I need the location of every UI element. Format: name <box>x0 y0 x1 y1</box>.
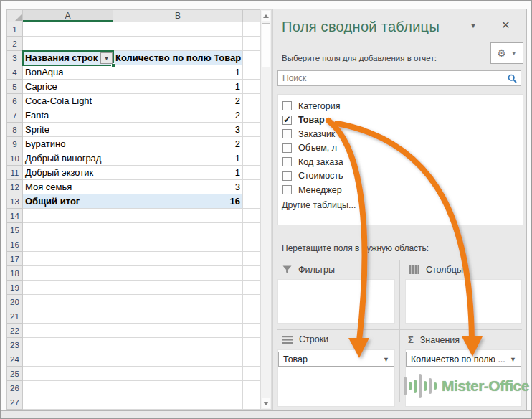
cell-C24[interactable] <box>243 352 260 367</box>
cell-A2[interactable] <box>23 37 113 51</box>
checkbox-icon[interactable] <box>282 157 292 166</box>
cell-A9[interactable]: Буратино <box>23 137 113 151</box>
cell-C11[interactable] <box>243 166 260 180</box>
cell-B10[interactable]: 1 <box>113 151 243 166</box>
cell-A4[interactable]: BonAqua <box>23 65 113 80</box>
field-item-3[interactable]: Заказчик <box>282 127 523 141</box>
vertical-scrollbar[interactable] <box>260 9 272 410</box>
cell-C19[interactable] <box>243 281 260 295</box>
checkbox-checked-icon[interactable] <box>282 116 292 125</box>
row-header-1[interactable]: 1 <box>6 22 23 37</box>
cell-B5[interactable]: 1 <box>113 80 243 94</box>
row-header-9[interactable]: 9 <box>6 137 23 151</box>
row-header-18[interactable]: 18 <box>6 266 23 281</box>
cell-C3[interactable] <box>243 51 260 65</box>
cell-B8[interactable]: 3 <box>113 123 243 137</box>
cell-A12[interactable]: Моя семья <box>23 180 113 194</box>
cell-C17[interactable] <box>243 252 260 266</box>
cell-A19[interactable] <box>23 281 113 295</box>
checkbox-icon[interactable] <box>282 143 292 153</box>
cell-A22[interactable] <box>23 324 113 338</box>
cell-B20[interactable] <box>113 295 243 309</box>
cell-B22[interactable] <box>113 324 243 338</box>
row-header-4[interactable]: 4 <box>6 65 23 80</box>
row-header-24[interactable]: 24 <box>6 352 23 367</box>
checkbox-icon[interactable] <box>282 129 292 138</box>
row-header-6[interactable]: 6 <box>6 94 23 108</box>
cell-C2[interactable] <box>243 37 260 51</box>
cell-C22[interactable] <box>243 324 260 338</box>
scroll-down-button[interactable] <box>262 398 270 408</box>
cell-A11[interactable]: Добрый экзотик <box>23 166 113 180</box>
cell-B7[interactable]: 2 <box>113 108 243 123</box>
cell-C26[interactable] <box>243 381 260 395</box>
cell-B14[interactable] <box>113 209 243 223</box>
pane-close-icon[interactable]: ✕ <box>501 19 510 32</box>
cell-B6[interactable]: 2 <box>113 94 243 108</box>
column-header-partial[interactable] <box>243 9 260 22</box>
field-item-4[interactable]: Объем, л <box>282 141 523 156</box>
cell-C13[interactable] <box>243 194 260 209</box>
checkbox-icon[interactable] <box>282 185 292 194</box>
cell-C7[interactable] <box>243 108 260 123</box>
field-item-5[interactable]: Код заказа <box>282 155 523 169</box>
row-header-20[interactable]: 20 <box>6 295 23 309</box>
cell-C27[interactable] <box>243 395 260 410</box>
row-header-27[interactable]: 27 <box>6 395 23 410</box>
cell-A25[interactable] <box>23 367 113 381</box>
cell-B13[interactable]: 16 <box>113 194 243 209</box>
cell-A16[interactable] <box>23 237 113 252</box>
field-item-7[interactable]: Менеджер <box>282 183 523 197</box>
column-header-A[interactable]: A <box>23 9 113 22</box>
cell-A14[interactable] <box>23 209 113 223</box>
cell-C10[interactable] <box>243 151 260 166</box>
scrollbar-thumb[interactable] <box>262 23 270 67</box>
cell-B27[interactable] <box>113 395 243 410</box>
cell-B9[interactable]: 2 <box>113 137 243 151</box>
field-search-box[interactable] <box>277 70 521 86</box>
cell-C1[interactable] <box>243 22 260 37</box>
pane-options-chevron-icon[interactable]: ▼ <box>470 22 477 29</box>
cell-A23[interactable] <box>23 338 113 352</box>
cell-A20[interactable] <box>23 295 113 309</box>
cell-A13[interactable]: Общий итог <box>23 194 113 209</box>
cell-C16[interactable] <box>243 237 260 252</box>
cell-B17[interactable] <box>113 252 243 266</box>
cell-A8[interactable]: Sprite <box>23 123 113 137</box>
select-all-corner[interactable] <box>6 9 23 22</box>
row-header-10[interactable]: 10 <box>6 151 23 166</box>
cell-A18[interactable] <box>23 266 113 281</box>
cell-C4[interactable] <box>243 65 260 80</box>
cell-B23[interactable] <box>113 338 243 352</box>
row-header-25[interactable]: 25 <box>6 367 23 381</box>
cell-A24[interactable] <box>23 352 113 367</box>
row-header-15[interactable]: 15 <box>6 223 23 237</box>
cell-B15[interactable] <box>113 223 243 237</box>
cell-A10[interactable]: Добрый виноград <box>23 151 113 166</box>
cell-C8[interactable] <box>243 123 260 137</box>
cell-C18[interactable] <box>243 266 260 281</box>
scroll-up-button[interactable] <box>262 11 270 21</box>
search-input[interactable] <box>278 73 508 83</box>
cell-A15[interactable] <box>23 223 113 237</box>
checkbox-icon[interactable] <box>282 171 292 181</box>
field-item-2[interactable]: Товар <box>282 113 523 128</box>
cell-B21[interactable] <box>113 309 243 324</box>
row-header-5[interactable]: 5 <box>6 80 23 94</box>
cell-C6[interactable] <box>243 94 260 108</box>
cell-B12[interactable]: 3 <box>113 180 243 194</box>
cell-C25[interactable] <box>243 367 260 381</box>
row-header-19[interactable]: 19 <box>6 281 23 295</box>
row-header-12[interactable]: 12 <box>6 180 23 194</box>
tools-button[interactable]: ⚙ ▼ <box>490 42 523 64</box>
row-header-17[interactable]: 17 <box>6 252 23 266</box>
cell-A17[interactable] <box>23 252 113 266</box>
cell-A21[interactable] <box>23 309 113 324</box>
cell-B3[interactable]: Количество по полю Товар <box>113 51 243 65</box>
cell-A27[interactable] <box>23 395 113 410</box>
cell-A26[interactable] <box>23 381 113 395</box>
row-header-13[interactable]: 13 <box>6 194 23 209</box>
row-header-3[interactable]: 3 <box>6 51 23 65</box>
more-tables-link[interactable]: Другие таблицы... <box>282 200 356 210</box>
column-header-B[interactable]: B <box>113 9 243 22</box>
